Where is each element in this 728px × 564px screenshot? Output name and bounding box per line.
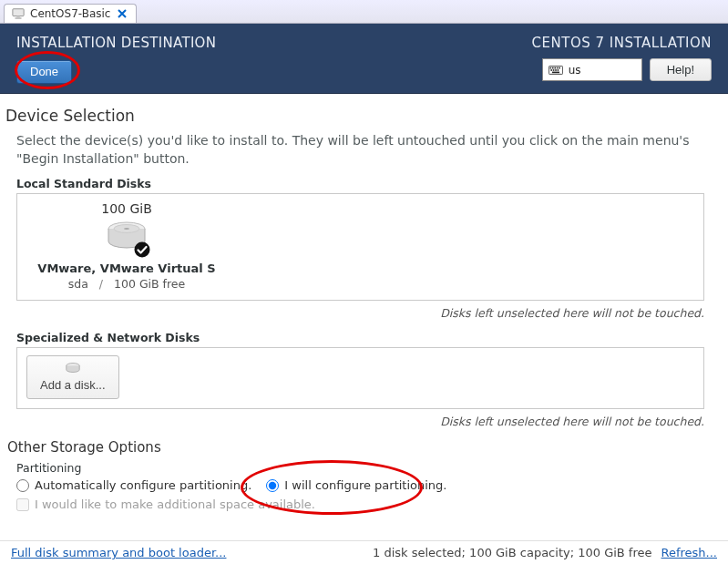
radio-manual-label: I will configure partitioning. <box>284 478 446 492</box>
radio-auto-label: Automatically configure partitioning. <box>35 478 251 492</box>
svg-rect-7 <box>556 67 558 68</box>
svg-rect-13 <box>552 71 559 73</box>
network-disks-hint: Disks left unselected here will not be t… <box>4 415 704 428</box>
installer-brand: CENTOS 7 INSTALLATION <box>532 35 712 51</box>
vm-tab-title: CentOS7-Basic <box>30 7 110 20</box>
footer-status: 1 disk selected; 100 GiB capacity; 100 G… <box>373 546 651 559</box>
svg-rect-1 <box>16 16 20 18</box>
partitioning-label: Partitioning <box>16 461 717 475</box>
svg-rect-0 <box>13 9 24 16</box>
local-disks-hint: Disks left unselected here will not be t… <box>4 306 704 320</box>
checkbox-additional-input <box>16 498 29 511</box>
device-selection-intro: Select the device(s) you'd like to insta… <box>16 132 709 168</box>
svg-rect-5 <box>552 67 554 68</box>
disk-small-icon <box>65 362 81 374</box>
vm-tab-bar: CentOS7-Basic <box>0 0 728 24</box>
checkbox-additional-label: I would like to make additional space av… <box>35 497 315 511</box>
add-disk-label: Add a disk... <box>40 378 106 392</box>
disk-subinfo: sda / 100 GiB free <box>68 277 186 291</box>
disk-summary-link[interactable]: Full disk summary and boot loader... <box>11 546 226 559</box>
footer-bar: Full disk summary and boot loader... 1 d… <box>0 540 728 564</box>
page-title: INSTALLATION DESTINATION <box>16 35 216 51</box>
svg-point-17 <box>135 242 150 258</box>
disk-dev: sda <box>68 277 88 291</box>
svg-rect-4 <box>549 67 551 68</box>
radio-auto-partition[interactable]: Automatically configure partitioning. <box>16 478 251 492</box>
keyboard-layout-value: us <box>569 64 581 77</box>
add-disk-button[interactable]: Add a disk... <box>26 355 119 399</box>
disk-name: VMware, VMware Virtual S <box>37 261 215 275</box>
help-button[interactable]: Help! <box>650 58 712 81</box>
refresh-link[interactable]: Refresh... <box>661 546 718 559</box>
device-selection-heading: Device Selection <box>5 107 717 125</box>
disk-entry[interactable]: 100 GiB VMware, VMware Virtual S sda / 1… <box>26 201 227 291</box>
storage-heading: Other Storage Options <box>7 439 717 456</box>
svg-rect-12 <box>557 69 559 71</box>
keyboard-layout-field[interactable]: us <box>542 58 642 81</box>
disk-free: 100 GiB free <box>114 277 185 291</box>
svg-rect-8 <box>559 67 560 68</box>
radio-auto-input[interactable] <box>16 479 29 492</box>
radio-manual-input[interactable] <box>266 479 279 492</box>
network-disks-box: Add a disk... <box>16 347 704 409</box>
svg-rect-11 <box>555 69 557 71</box>
keyboard-icon <box>549 66 563 75</box>
vm-icon <box>12 7 25 20</box>
svg-point-16 <box>124 228 129 230</box>
checkbox-additional-space: I would like to make additional space av… <box>16 497 717 511</box>
done-button[interactable]: Done <box>16 60 72 84</box>
main-content: Device Selection Select the device(s) yo… <box>0 94 728 511</box>
local-disks-label: Local Standard Disks <box>16 177 717 190</box>
radio-manual-partition[interactable]: I will configure partitioning. <box>266 478 446 492</box>
disk-size: 100 GiB <box>101 201 152 216</box>
network-disks-label: Specialized & Network Disks <box>16 331 717 344</box>
check-badge-icon <box>134 241 150 258</box>
svg-rect-2 <box>15 17 22 18</box>
vm-tab[interactable]: CentOS7-Basic <box>4 4 137 23</box>
local-disks-box: 100 GiB VMware, VMware Virtual S sda / 1… <box>16 193 704 301</box>
svg-rect-9 <box>550 69 552 71</box>
close-icon[interactable] <box>116 7 128 20</box>
installer-header: INSTALLATION DESTINATION Done CENTOS 7 I… <box>0 24 728 94</box>
svg-rect-6 <box>554 67 556 68</box>
svg-rect-10 <box>552 69 554 71</box>
partitioning-radios: Automatically configure partitioning. I … <box>16 478 717 492</box>
